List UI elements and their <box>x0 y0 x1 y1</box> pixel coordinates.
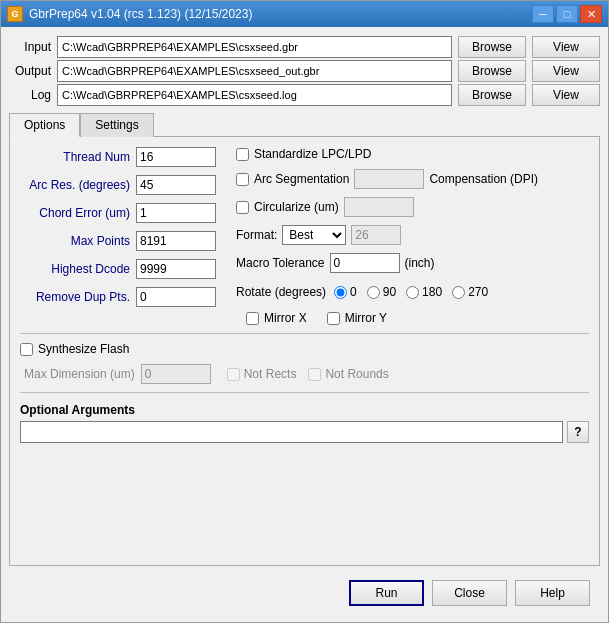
window-title: GbrPrep64 v1.04 (rcs 1.123) (12/15/2023) <box>29 7 252 21</box>
view-button-0[interactable]: View <box>532 36 600 58</box>
left-field-row-5: Remove Dup Pts. <box>20 287 216 307</box>
file-row-output: Output Browse View <box>9 59 600 83</box>
synthesize-flash-checkbox[interactable] <box>20 343 33 356</box>
arc-seg-input[interactable] <box>354 169 424 189</box>
maximize-button[interactable]: □ <box>556 5 578 23</box>
tab-bar: Options Settings <box>9 113 600 137</box>
close-button-bottom[interactable]: Close <box>432 580 507 606</box>
compensation-label: Compensation (DPI) <box>429 172 538 186</box>
optional-args-input[interactable] <box>20 421 563 443</box>
rotate-0-item: 0 <box>334 285 357 299</box>
not-rects-label: Not Rects <box>244 367 297 381</box>
rotate-270-radio[interactable] <box>452 286 465 299</box>
left-field-label-3: Max Points <box>20 234 130 248</box>
title-controls: ─ □ ✕ <box>532 5 602 23</box>
rotate-90-label: 90 <box>383 285 396 299</box>
left-field-label-2: Chord Error (um) <box>20 206 130 220</box>
format-select[interactable]: Best Integer 2.4 2.5 2.6 <box>282 225 346 245</box>
run-button[interactable]: Run <box>349 580 424 606</box>
left-column: Thread Num Arc Res. (degrees) Chord Erro… <box>20 147 216 325</box>
rotate-0-label: 0 <box>350 285 357 299</box>
rotate-180-item: 180 <box>406 285 442 299</box>
bottom-bar: Run Close Help <box>9 572 600 614</box>
browse-button-2[interactable]: Browse <box>458 84 526 106</box>
arc-seg-checkbox[interactable] <box>236 173 249 186</box>
rotate-180-radio[interactable] <box>406 286 419 299</box>
synthesize-flash-label: Synthesize Flash <box>38 342 129 356</box>
synth-flash-row: Synthesize Flash <box>20 342 589 356</box>
left-field-input-3[interactable] <box>136 231 216 251</box>
circularize-input[interactable] <box>344 197 414 217</box>
options-grid: Thread Num Arc Res. (degrees) Chord Erro… <box>20 147 589 325</box>
optional-args-section: Optional Arguments ? <box>20 403 589 443</box>
rotate-label: Rotate (degrees) <box>236 285 326 299</box>
macro-unit-label: (inch) <box>405 256 435 270</box>
main-window: G GbrPrep64 v1.04 (rcs 1.123) (12/15/202… <box>0 0 609 623</box>
left-field-row-0: Thread Num <box>20 147 216 167</box>
tabs-area: Options Settings Thread Num Arc Res. (de… <box>9 113 600 566</box>
optional-help-button[interactable]: ? <box>567 421 589 443</box>
mirror-row: Mirror X Mirror Y <box>236 311 589 325</box>
left-field-input-4[interactable] <box>136 259 216 279</box>
right-column: Standardize LPC/LPD Arc Segmentation Com… <box>236 147 589 325</box>
circularize-row: Circularize (um) <box>236 197 589 217</box>
view-button-2[interactable]: View <box>532 84 600 106</box>
not-rects-checkbox[interactable] <box>227 368 240 381</box>
file-input-0[interactable] <box>57 36 452 58</box>
minimize-button[interactable]: ─ <box>532 5 554 23</box>
file-label-0: Input <box>9 40 51 54</box>
file-label-2: Log <box>9 88 51 102</box>
synthesize-flash-section: Synthesize Flash Max Dimension (um) Not … <box>20 342 589 384</box>
format-num-input[interactable] <box>351 225 401 245</box>
left-field-row-2: Chord Error (um) <box>20 203 216 223</box>
rotate-90-radio[interactable] <box>367 286 380 299</box>
mirror-y-checkbox[interactable] <box>327 312 340 325</box>
file-input-1[interactable] <box>57 60 452 82</box>
mirror-y-row: Mirror Y <box>327 311 387 325</box>
file-label-1: Output <box>9 64 51 78</box>
max-dim-row: Max Dimension (um) Not Rects Not Rounds <box>20 364 589 384</box>
rotate-0-radio[interactable] <box>334 286 347 299</box>
view-button-1[interactable]: View <box>532 60 600 82</box>
main-content: Input Browse View Output Browse View Log… <box>1 27 608 622</box>
rotate-180-label: 180 <box>422 285 442 299</box>
left-field-row-3: Max Points <box>20 231 216 251</box>
mirror-y-label: Mirror Y <box>345 311 387 325</box>
tab-settings[interactable]: Settings <box>80 113 153 137</box>
not-rounds-checkbox[interactable] <box>308 368 321 381</box>
circularize-checkbox[interactable] <box>236 201 249 214</box>
left-field-input-5[interactable] <box>136 287 216 307</box>
left-field-input-2[interactable] <box>136 203 216 223</box>
file-input-2[interactable] <box>57 84 452 106</box>
mirror-x-checkbox[interactable] <box>246 312 259 325</box>
separator <box>20 333 589 334</box>
standardize-lpc-label: Standardize LPC/LPD <box>254 147 371 161</box>
rotate-90-item: 90 <box>367 285 396 299</box>
left-field-label-5: Remove Dup Pts. <box>20 290 130 304</box>
close-button[interactable]: ✕ <box>580 5 602 23</box>
format-label: Format: <box>236 228 277 242</box>
browse-button-0[interactable]: Browse <box>458 36 526 58</box>
not-rounds-container: Not Rounds <box>308 367 388 381</box>
browse-button-1[interactable]: Browse <box>458 60 526 82</box>
title-bar: G GbrPrep64 v1.04 (rcs 1.123) (12/15/202… <box>1 1 608 27</box>
macro-tolerance-input[interactable] <box>330 253 400 273</box>
standardize-lpc-checkbox[interactable] <box>236 148 249 161</box>
app-icon: G <box>7 6 23 22</box>
max-dim-input[interactable] <box>141 364 211 384</box>
title-bar-left: G GbrPrep64 v1.04 (rcs 1.123) (12/15/202… <box>7 6 252 22</box>
left-field-input-1[interactable] <box>136 175 216 195</box>
arc-seg-label: Arc Segmentation <box>254 172 349 186</box>
file-rows: Input Browse View Output Browse View Log… <box>9 35 600 107</box>
optional-args-label: Optional Arguments <box>20 403 589 417</box>
not-rects-container: Not Rects <box>227 367 297 381</box>
mirror-x-row: Mirror X <box>246 311 307 325</box>
left-field-label-0: Thread Num <box>20 150 130 164</box>
left-field-label-4: Highest Dcode <box>20 262 130 276</box>
rotate-radio-group: 0 90 180 <box>334 285 488 299</box>
not-rounds-label: Not Rounds <box>325 367 388 381</box>
left-field-input-0[interactable] <box>136 147 216 167</box>
rotate-row: Rotate (degrees) 0 90 <box>236 285 589 299</box>
tab-options[interactable]: Options <box>9 113 80 137</box>
help-button[interactable]: Help <box>515 580 590 606</box>
